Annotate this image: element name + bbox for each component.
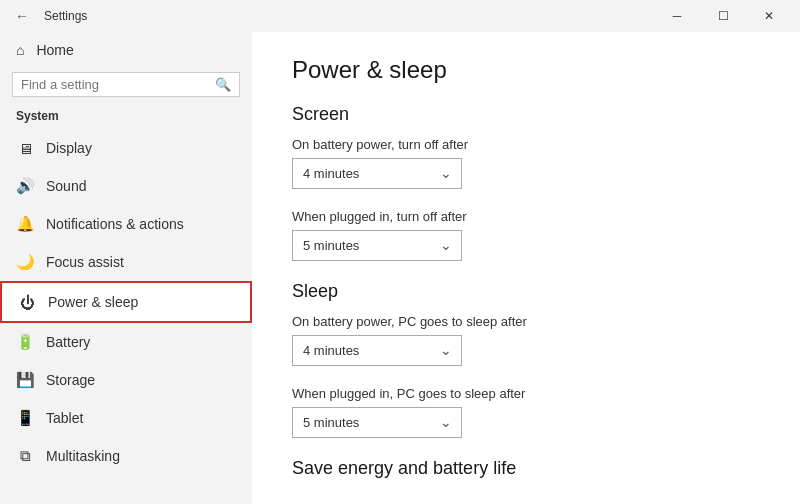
plugged-screen-dropdown[interactable]: 1 minute 2 minutes 3 minutes 4 minutes 5…	[292, 230, 462, 261]
back-button[interactable]: ←	[8, 2, 36, 30]
save-energy-title: Save energy and battery life	[292, 458, 760, 479]
battery-sleep-wrapper: On battery power, PC goes to sleep after…	[292, 314, 760, 366]
home-label: Home	[36, 42, 73, 58]
sidebar-item-focus[interactable]: 🌙 Focus assist	[0, 243, 252, 281]
sleep-section: Sleep On battery power, PC goes to sleep…	[292, 281, 760, 438]
sidebar-item-label: Multitasking	[46, 448, 120, 464]
tablet-icon: 📱	[16, 409, 34, 427]
sidebar-item-notifications[interactable]: 🔔 Notifications & actions	[0, 205, 252, 243]
sidebar-item-label: Tablet	[46, 410, 83, 426]
focus-icon: 🌙	[16, 253, 34, 271]
sidebar-item-label: Battery	[46, 334, 90, 350]
sidebar-item-multitasking[interactable]: ⧉ Multitasking	[0, 437, 252, 475]
sidebar-item-storage[interactable]: 💾 Storage	[0, 361, 252, 399]
minimize-button[interactable]: ─	[654, 0, 700, 32]
battery-screen-dropdown[interactable]: 1 minute 2 minutes 3 minutes 4 minutes 5…	[292, 158, 462, 189]
sidebar-item-label: Notifications & actions	[46, 216, 184, 232]
battery-sleep-select[interactable]: 1 minute 2 minutes 3 minutes 4 minutes 5…	[292, 335, 462, 366]
battery-screen-wrapper: On battery power, turn off after 1 minut…	[292, 137, 760, 189]
sidebar-item-tablet[interactable]: 📱 Tablet	[0, 399, 252, 437]
app-body: ⌂ Home 🔍 System 🖥 Display 🔊 Sound 🔔 Noti…	[0, 32, 800, 504]
multitasking-icon: ⧉	[16, 447, 34, 465]
sound-icon: 🔊	[16, 177, 34, 195]
search-icon: 🔍	[215, 77, 231, 92]
search-box[interactable]: 🔍	[12, 72, 240, 97]
title-bar: ← Settings ─ ☐ ✕	[0, 0, 800, 32]
plugged-screen-select[interactable]: 1 minute 2 minutes 3 minutes 4 minutes 5…	[292, 230, 462, 261]
plugged-screen-wrapper: When plugged in, turn off after 1 minute…	[292, 209, 760, 261]
sidebar-item-display[interactable]: 🖥 Display	[0, 129, 252, 167]
battery-screen-label: On battery power, turn off after	[292, 137, 760, 152]
sidebar-item-home[interactable]: ⌂ Home	[0, 32, 252, 68]
battery-icon: 🔋	[16, 333, 34, 351]
notifications-icon: 🔔	[16, 215, 34, 233]
home-icon: ⌂	[16, 42, 24, 58]
title-bar-left: ← Settings	[8, 2, 87, 30]
window-controls: ─ ☐ ✕	[654, 0, 792, 32]
sidebar-item-power[interactable]: ⏻ Power & sleep	[0, 281, 252, 323]
sidebar-item-label: Focus assist	[46, 254, 124, 270]
app-title: Settings	[44, 9, 87, 23]
close-button[interactable]: ✕	[746, 0, 792, 32]
storage-icon: 💾	[16, 371, 34, 389]
search-input[interactable]	[21, 77, 215, 92]
sidebar-item-label: Power & sleep	[48, 294, 138, 310]
sidebar-item-label: Sound	[46, 178, 86, 194]
system-section-label: System	[0, 105, 252, 129]
plugged-sleep-label: When plugged in, PC goes to sleep after	[292, 386, 760, 401]
display-icon: 🖥	[16, 139, 34, 157]
plugged-sleep-wrapper: When plugged in, PC goes to sleep after …	[292, 386, 760, 438]
sidebar-item-battery[interactable]: 🔋 Battery	[0, 323, 252, 361]
battery-screen-select[interactable]: 1 minute 2 minutes 3 minutes 4 minutes 5…	[292, 158, 462, 189]
main-content: Power & sleep Screen On battery power, t…	[252, 32, 800, 504]
battery-sleep-label: On battery power, PC goes to sleep after	[292, 314, 760, 329]
sidebar-item-label: Storage	[46, 372, 95, 388]
sidebar-item-label: Display	[46, 140, 92, 156]
power-icon: ⏻	[18, 293, 36, 311]
page-title: Power & sleep	[292, 56, 760, 84]
plugged-sleep-dropdown[interactable]: 1 minute 2 minutes 3 minutes 4 minutes 5…	[292, 407, 462, 438]
plugged-screen-label: When plugged in, turn off after	[292, 209, 760, 224]
plugged-sleep-select[interactable]: 1 minute 2 minutes 3 minutes 4 minutes 5…	[292, 407, 462, 438]
sidebar: ⌂ Home 🔍 System 🖥 Display 🔊 Sound 🔔 Noti…	[0, 32, 252, 504]
battery-sleep-dropdown[interactable]: 1 minute 2 minutes 3 minutes 4 minutes 5…	[292, 335, 462, 366]
sidebar-item-sound[interactable]: 🔊 Sound	[0, 167, 252, 205]
screen-section-title: Screen	[292, 104, 760, 125]
sleep-section-title: Sleep	[292, 281, 760, 302]
restore-button[interactable]: ☐	[700, 0, 746, 32]
